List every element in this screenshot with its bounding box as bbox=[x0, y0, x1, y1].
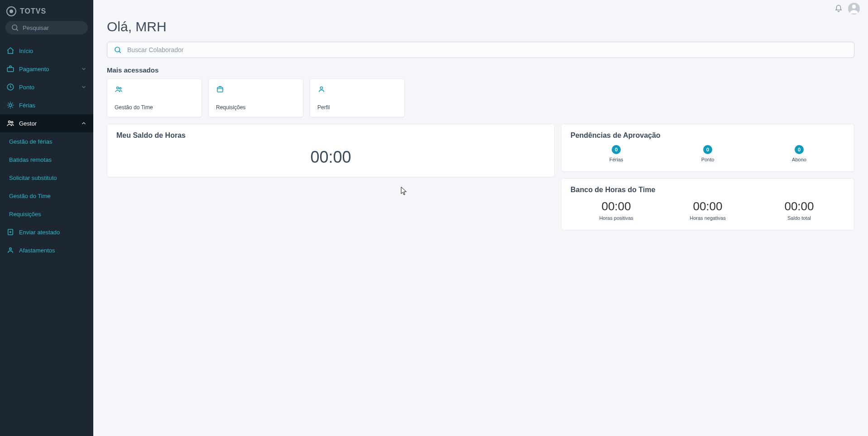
sidebar-search[interactable] bbox=[5, 21, 88, 34]
quick-card-label: Perfil bbox=[317, 104, 397, 111]
status-badge: 0 bbox=[703, 145, 712, 154]
banco-label: Saldo total bbox=[753, 215, 845, 221]
sidebar-item-inicio[interactable]: Início bbox=[0, 42, 93, 60]
brand-name: TOTVS bbox=[20, 7, 46, 15]
sidebar: TOTVS Início Pagamento bbox=[0, 0, 93, 436]
people-icon bbox=[6, 119, 14, 127]
sidebar-item-label: Enviar atestado bbox=[19, 229, 87, 236]
brand-logo[interactable]: TOTVS bbox=[5, 5, 88, 21]
notifications-icon[interactable] bbox=[834, 5, 843, 13]
quick-card-requisicoes[interactable]: Requisições bbox=[208, 78, 303, 117]
banco-saldo-total: 00:00 Saldo total bbox=[753, 199, 845, 221]
panel-banco-horas: Banco de Horas do Time 00:00 Horas posit… bbox=[561, 178, 854, 230]
sidebar-subitem-solicitar-substituto[interactable]: Solicitar substituto bbox=[0, 169, 93, 187]
svg-point-14 bbox=[11, 121, 13, 123]
panel-title: Pendências de Aprovação bbox=[571, 131, 845, 140]
sidebar-item-label: Gestor bbox=[19, 120, 76, 127]
avatar[interactable] bbox=[848, 3, 860, 15]
svg-line-9 bbox=[8, 103, 9, 104]
pendencia-label: Ponto bbox=[662, 157, 753, 162]
sidebar-search-input[interactable] bbox=[23, 24, 82, 31]
sidebar-item-label: Gestão do Time bbox=[9, 193, 51, 199]
banco-label: Horas negativas bbox=[662, 215, 753, 221]
svg-point-13 bbox=[9, 121, 11, 123]
document-add-icon bbox=[6, 228, 14, 236]
sidebar-item-label: Férias bbox=[19, 102, 87, 109]
sidebar-item-ferias[interactable]: Férias bbox=[0, 96, 93, 114]
quick-access-title: Mais acessados bbox=[107, 66, 854, 74]
quick-access-row: Gestão do Time Requisições Perfil bbox=[107, 78, 854, 117]
panel-pendencias: Pendências de Aprovação 0 Férias 0 Ponto… bbox=[561, 124, 854, 172]
person-off-icon bbox=[6, 246, 14, 254]
content: Olá, MRH Mais acessados Gestão do Time R… bbox=[93, 17, 868, 436]
search-icon bbox=[11, 24, 19, 32]
pendencia-abono[interactable]: 0 Abono bbox=[753, 145, 845, 162]
sidebar-subitem-gestao-ferias[interactable]: Gestão de férias bbox=[0, 132, 93, 150]
svg-point-23 bbox=[120, 87, 121, 89]
sidebar-nav: Início Pagamento Ponto bbox=[0, 42, 93, 259]
pendencia-label: Férias bbox=[571, 157, 662, 162]
collaborator-search-input[interactable] bbox=[127, 46, 848, 53]
svg-line-21 bbox=[119, 51, 120, 53]
dashboard-row: Meu Saldo de Horas 00:00 Pendências de A… bbox=[107, 124, 854, 230]
banco-value: 00:00 bbox=[571, 199, 662, 213]
sun-icon bbox=[6, 101, 14, 109]
pendencia-ponto[interactable]: 0 Ponto bbox=[662, 145, 753, 162]
status-badge: 0 bbox=[612, 145, 621, 154]
sidebar-item-label: Afastamentos bbox=[19, 247, 87, 254]
sidebar-item-label: Batidas remotas bbox=[9, 156, 52, 163]
team-icon bbox=[115, 85, 123, 93]
svg-point-18 bbox=[10, 248, 12, 250]
sidebar-item-pagamento[interactable]: Pagamento bbox=[0, 60, 93, 78]
page-title: Olá, MRH bbox=[107, 19, 854, 34]
search-icon bbox=[114, 46, 122, 54]
svg-point-25 bbox=[320, 87, 322, 89]
svg-point-20 bbox=[115, 47, 120, 52]
collaborator-search[interactable] bbox=[107, 42, 854, 58]
sidebar-item-label: Gestão de férias bbox=[9, 138, 52, 145]
svg-line-1 bbox=[16, 29, 18, 30]
home-icon bbox=[6, 47, 14, 55]
person-icon bbox=[317, 85, 326, 93]
sidebar-item-label: Solicitar substituto bbox=[9, 174, 57, 181]
pendencia-label: Abono bbox=[753, 157, 845, 162]
panel-title: Banco de Horas do Time bbox=[571, 186, 845, 194]
svg-line-11 bbox=[8, 107, 9, 108]
banco-value: 00:00 bbox=[753, 199, 845, 213]
clock-icon bbox=[6, 83, 14, 91]
sidebar-subitem-batidas-remotas[interactable]: Batidas remotas bbox=[0, 150, 93, 169]
sidebar-item-label: Ponto bbox=[19, 84, 76, 91]
banco-horas-negativas: 00:00 Horas negativas bbox=[662, 199, 753, 221]
banco-horas-positivas: 00:00 Horas positivas bbox=[571, 199, 662, 221]
banco-value: 00:00 bbox=[662, 199, 753, 213]
svg-line-10 bbox=[12, 107, 13, 108]
chevron-up-icon bbox=[81, 120, 87, 126]
panel-saldo-horas: Meu Saldo de Horas 00:00 bbox=[107, 124, 555, 177]
svg-line-12 bbox=[12, 103, 13, 104]
banco-label: Horas positivas bbox=[571, 215, 662, 221]
sidebar-item-label: Início bbox=[19, 48, 87, 54]
chevron-down-icon bbox=[81, 66, 87, 72]
briefcase-icon bbox=[6, 65, 14, 73]
status-badge: 0 bbox=[795, 145, 804, 154]
sidebar-item-enviar-atestado[interactable]: Enviar atestado bbox=[0, 223, 93, 241]
svg-point-22 bbox=[117, 87, 119, 89]
quick-card-gestao-time[interactable]: Gestão do Time bbox=[107, 78, 202, 117]
saldo-value: 00:00 bbox=[116, 145, 545, 168]
svg-point-19 bbox=[852, 5, 856, 9]
panel-title: Meu Saldo de Horas bbox=[116, 131, 545, 140]
pendencia-ferias[interactable]: 0 Férias bbox=[571, 145, 662, 162]
sidebar-subitem-gestao-time[interactable]: Gestão do Time bbox=[0, 187, 93, 205]
sidebar-item-ponto[interactable]: Ponto bbox=[0, 78, 93, 96]
main: Olá, MRH Mais acessados Gestão do Time R… bbox=[93, 0, 868, 436]
quick-card-perfil[interactable]: Perfil bbox=[310, 78, 405, 117]
chevron-down-icon bbox=[81, 84, 87, 90]
topbar bbox=[93, 0, 868, 17]
sidebar-item-afastamentos[interactable]: Afastamentos bbox=[0, 241, 93, 259]
sidebar-subitem-requisicoes[interactable]: Requisições bbox=[0, 205, 93, 223]
svg-rect-2 bbox=[7, 68, 14, 72]
sidebar-item-label: Requisições bbox=[9, 211, 41, 218]
inbox-icon bbox=[216, 85, 224, 93]
svg-rect-24 bbox=[217, 87, 223, 92]
sidebar-item-gestor[interactable]: Gestor bbox=[0, 114, 93, 132]
